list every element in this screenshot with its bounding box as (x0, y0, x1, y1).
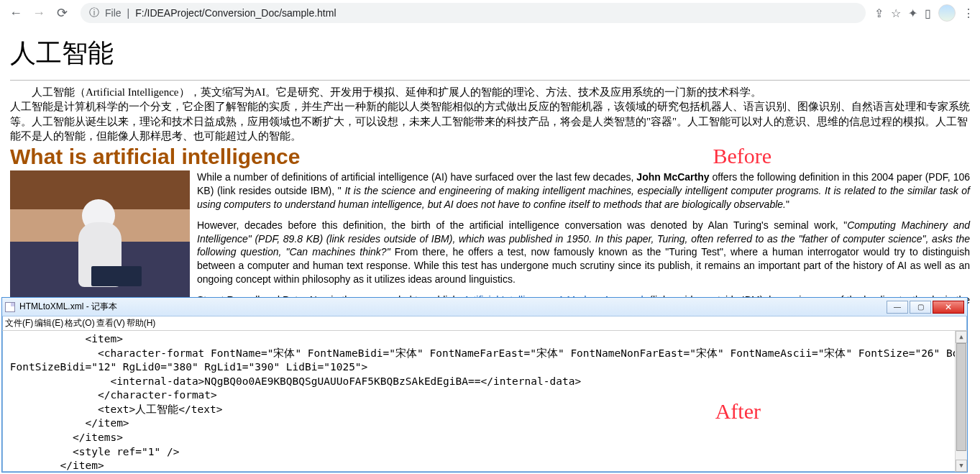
robot-image (10, 170, 190, 300)
divider (10, 80, 970, 81)
profile-avatar[interactable] (938, 4, 956, 22)
reading-list-icon[interactable]: ▯ (925, 6, 931, 20)
address-sep: | (127, 7, 130, 19)
page-title-en: What is artificial intelligence (10, 145, 970, 169)
notepad-title-text: HTMLtoXML.xml - 记事本 (19, 301, 117, 313)
notepad-window: HTMLtoXML.xml - 记事本 — ▢ ✕ 文件(F) 编辑(E) 格式… (1, 297, 968, 473)
address-url: F:/IDEAProject/Conversion_Doc/sample.htm… (135, 7, 336, 19)
article-p1: While a number of definitions of artific… (197, 170, 970, 211)
notepad-menubar: 文件(F) 编辑(E) 格式(O) 查看(V) 帮助(H) (2, 316, 967, 331)
minimize-button[interactable]: — (887, 301, 908, 314)
scroll-down-icon[interactable]: ▼ (956, 460, 967, 472)
author-bold: John McCarthy (636, 171, 709, 183)
address-bar[interactable]: ⓘ File | F:/IDEAProject/Conversion_Doc/s… (81, 3, 866, 23)
before-label: Before (713, 144, 771, 168)
cn-para-line1: 人工智能（Artificial Intelligence），英文缩写为AI。它是… (10, 85, 970, 99)
menu-view[interactable]: 查看(V) (96, 317, 125, 329)
cn-intro-paragraph: 人工智能（Artificial Intelligence），英文缩写为AI。它是… (10, 85, 970, 143)
toolbar-right-icons: ⇪ ☆ ✦ ▯ ⋮ (874, 4, 974, 22)
extensions-icon[interactable]: ✦ (908, 6, 917, 20)
maximize-button[interactable]: ▢ (910, 301, 931, 314)
reload-button[interactable]: ⟳ (52, 3, 72, 23)
menu-edit[interactable]: 编辑(E) (35, 317, 63, 329)
menu-help[interactable]: 帮助(H) (127, 317, 156, 329)
notepad-body[interactable]: <item> <character-format FontName="宋体" F… (2, 331, 967, 472)
xml-line: </character-format> (4, 388, 966, 403)
scroll-thumb[interactable] (956, 343, 966, 451)
xml-line: </item> (4, 459, 966, 472)
menu-icon[interactable]: ⋮ (963, 6, 974, 20)
info-icon: ⓘ (89, 6, 99, 19)
xml-line: <style ref="1" /> (4, 445, 966, 460)
notepad-titlebar[interactable]: HTMLtoXML.xml - 记事本 — ▢ ✕ (2, 298, 967, 316)
document-icon (5, 302, 15, 312)
cn-para-line2: 人工智能是计算机科学的一个分支，它企图了解智能的实质，并生产出一种新的能以人类智… (10, 101, 970, 142)
page-title-cn: 人工智能 (10, 36, 970, 71)
address-prefix: File (105, 7, 122, 19)
article-p2: However, decades before this definition,… (197, 219, 970, 286)
back-button[interactable]: ← (6, 3, 26, 23)
scroll-up-icon[interactable]: ▲ (956, 331, 967, 343)
page-content: 人工智能 人工智能（Artificial Intelligence），英文缩写为… (0, 26, 980, 328)
xml-line: FontSizeBidi="12" RgLid0="380" RgLid1="3… (4, 360, 966, 375)
menu-format[interactable]: 格式(O) (65, 317, 94, 329)
bookmark-icon[interactable]: ☆ (891, 6, 901, 20)
close-button[interactable]: ✕ (933, 301, 964, 314)
scrollbar-vertical[interactable]: ▲ ▼ (955, 331, 967, 472)
after-label: After (715, 399, 761, 424)
share-icon[interactable]: ⇪ (874, 6, 884, 20)
forward-button[interactable]: → (29, 3, 49, 23)
xml-line: <internal-data>NQgBQ0o0AE9KBQBQSgUAUUoFA… (4, 375, 966, 389)
browser-toolbar: ← → ⟳ ⓘ File | F:/IDEAProject/Conversion… (0, 0, 980, 26)
xml-line: </items> (4, 431, 966, 445)
xml-line: <text>人工智能</text> (4, 403, 966, 417)
menu-file[interactable]: 文件(F) (5, 317, 33, 329)
xml-line: <item> (4, 332, 966, 347)
xml-line: <character-format FontName="宋体" FontName… (4, 347, 966, 361)
xml-line: </item> (4, 416, 966, 431)
